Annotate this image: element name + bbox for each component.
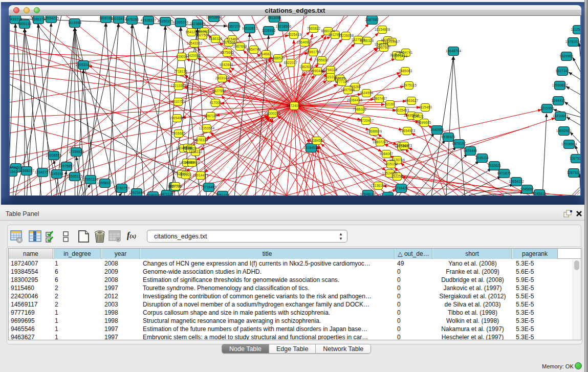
svg-text:16210643: 16210643 xyxy=(553,114,569,118)
svg-text:2087682: 2087682 xyxy=(365,18,379,21)
svg-text:19218506: 19218506 xyxy=(276,25,292,28)
svg-text:2803144: 2803144 xyxy=(215,76,229,80)
svg-text:391547: 391547 xyxy=(10,170,18,173)
svg-text:954121: 954121 xyxy=(412,115,424,118)
svg-text:1287531: 1287531 xyxy=(567,171,580,174)
svg-text:10958107: 10958107 xyxy=(97,181,113,185)
svg-text:16648794: 16648794 xyxy=(446,49,462,53)
svg-text:7955812: 7955812 xyxy=(315,58,329,62)
svg-text:7632621: 7632621 xyxy=(488,164,502,167)
svg-text:9245612: 9245612 xyxy=(533,192,547,195)
svg-text:15692931: 15692931 xyxy=(556,129,572,133)
svg-text:15751074: 15751074 xyxy=(565,40,580,43)
svg-text:2935114: 2935114 xyxy=(475,156,489,160)
svg-text:93103413: 93103413 xyxy=(111,17,127,20)
svg-text:0433218: 0433218 xyxy=(10,17,23,21)
svg-text:19756923: 19756923 xyxy=(397,144,412,147)
svg-text:15720407: 15720407 xyxy=(358,119,374,122)
svg-text:12975115: 12975115 xyxy=(401,83,417,87)
svg-text:1615594: 1615594 xyxy=(68,21,82,25)
svg-text:11568297: 11568297 xyxy=(19,169,34,172)
svg-text:2967607: 2967607 xyxy=(377,46,391,49)
svg-text:1640954: 1640954 xyxy=(430,128,444,132)
svg-text:13654923: 13654923 xyxy=(400,129,416,133)
svg-text:51462704: 51462704 xyxy=(380,194,396,195)
svg-text:2718170: 2718170 xyxy=(174,70,188,73)
svg-text:1498222: 1498222 xyxy=(189,150,203,154)
svg-text:14099489: 14099489 xyxy=(184,161,200,164)
svg-text:8454741: 8454741 xyxy=(399,51,413,54)
svg-text:02654235: 02654235 xyxy=(43,16,59,20)
svg-text:9242848: 9242848 xyxy=(220,63,233,67)
svg-text:17359924: 17359924 xyxy=(69,150,84,154)
svg-text:96532871: 96532871 xyxy=(242,27,258,30)
svg-text:17016504: 17016504 xyxy=(561,142,577,146)
svg-text:8938923: 8938923 xyxy=(442,135,455,139)
svg-text:10782759: 10782759 xyxy=(114,186,130,190)
svg-text:18807249: 18807249 xyxy=(373,140,388,144)
svg-text:1651234: 1651234 xyxy=(216,193,230,195)
svg-text:3215955: 3215955 xyxy=(540,106,554,110)
svg-text:1145194: 1145194 xyxy=(50,172,63,176)
svg-text:15184534: 15184534 xyxy=(303,146,319,149)
svg-text:8990448: 8990448 xyxy=(311,69,324,73)
svg-text:8427552: 8427552 xyxy=(212,89,226,93)
svg-text:1916685: 1916685 xyxy=(172,132,186,135)
svg-text:1733426: 1733426 xyxy=(395,186,408,190)
svg-text:13226058: 13226058 xyxy=(338,34,354,37)
svg-text:1546: 1546 xyxy=(228,37,236,41)
svg-text:3267110: 3267110 xyxy=(204,114,217,118)
svg-text:1588520: 1588520 xyxy=(271,56,285,60)
svg-text:3624554: 3624554 xyxy=(360,91,374,95)
svg-text:8813054: 8813054 xyxy=(268,16,281,19)
svg-text:97848018: 97848018 xyxy=(360,192,376,195)
svg-text:13226058: 13226058 xyxy=(197,30,212,33)
svg-text:20206555: 20206555 xyxy=(46,154,62,157)
svg-text:8660124: 8660124 xyxy=(321,29,335,33)
svg-text:252254: 252254 xyxy=(391,174,403,178)
svg-text:902123: 902123 xyxy=(180,173,192,177)
svg-text:8454749: 8454749 xyxy=(247,48,261,51)
svg-text:10543362: 10543362 xyxy=(187,41,203,45)
svg-text:12505135: 12505135 xyxy=(67,174,83,178)
svg-text:16120746: 16120746 xyxy=(389,158,405,162)
svg-text:6879197: 6879197 xyxy=(452,142,466,145)
svg-text:9245652: 9245652 xyxy=(520,187,534,191)
svg-text:10973493: 10973493 xyxy=(392,54,408,58)
svg-text:10975857: 10975857 xyxy=(59,164,75,168)
svg-text:12923448: 12923448 xyxy=(129,191,145,194)
svg-text:9463627: 9463627 xyxy=(405,99,419,102)
svg-text:18300295: 18300295 xyxy=(265,112,281,115)
svg-text:7663822: 7663822 xyxy=(307,27,321,30)
svg-text:9327503: 9327503 xyxy=(196,33,210,37)
svg-text:11125413: 11125413 xyxy=(571,28,580,31)
svg-text:12093822: 12093822 xyxy=(552,83,568,87)
svg-text:8471676: 8471676 xyxy=(497,171,511,175)
svg-text:9474444: 9474444 xyxy=(464,149,477,152)
svg-text:8878334: 8878334 xyxy=(194,138,208,142)
svg-text:6794028: 6794028 xyxy=(324,68,338,72)
svg-text:3875685: 3875685 xyxy=(221,51,234,54)
svg-text:8186328: 8186328 xyxy=(209,37,223,40)
svg-text:6475255: 6475255 xyxy=(125,18,139,21)
svg-text:19654985: 19654985 xyxy=(169,116,185,120)
svg-text:8471123: 8471123 xyxy=(160,192,173,195)
svg-text:9146821: 9146821 xyxy=(259,52,273,56)
svg-text:18724007: 18724007 xyxy=(287,104,302,107)
svg-text:12213967: 12213967 xyxy=(384,40,400,43)
svg-text:7986322: 7986322 xyxy=(353,107,367,111)
svg-text:1244415: 1244415 xyxy=(552,99,565,102)
svg-text:7357274: 7357274 xyxy=(227,25,241,28)
svg-text:12342757: 12342757 xyxy=(35,170,51,174)
svg-text:8186328: 8186328 xyxy=(360,39,374,42)
svg-text:41395376: 41395376 xyxy=(173,20,189,24)
svg-text:9327508: 9327508 xyxy=(222,40,236,44)
svg-text:9245714: 9245714 xyxy=(146,194,160,195)
svg-text:41928327: 41928327 xyxy=(141,18,157,22)
svg-text:9115460: 9115460 xyxy=(419,105,432,109)
svg-text:6322037: 6322037 xyxy=(284,61,298,64)
svg-text:12353594: 12353594 xyxy=(199,126,215,130)
svg-text:10025453: 10025453 xyxy=(394,108,409,112)
svg-text:9777169: 9777169 xyxy=(335,80,349,83)
svg-text:6497568: 6497568 xyxy=(341,88,355,92)
